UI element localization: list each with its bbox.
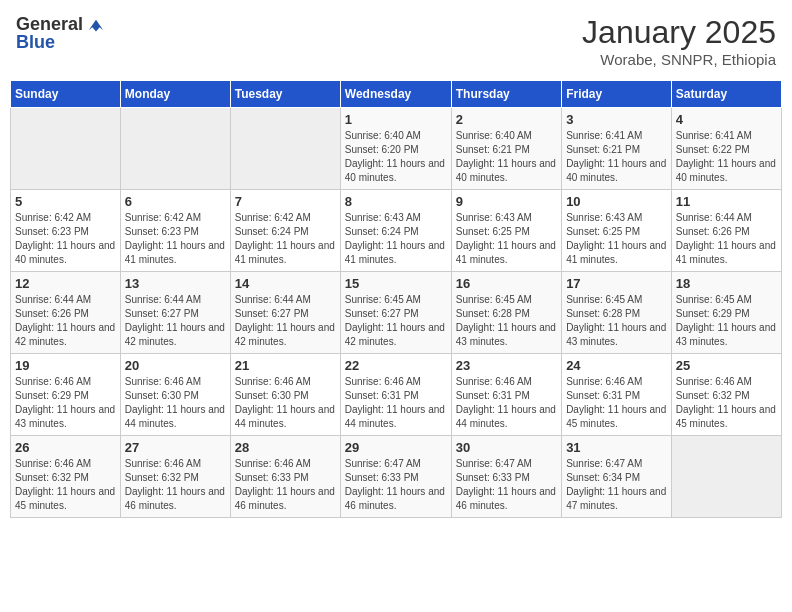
title-block: January 2025 Worabe, SNNPR, Ethiopia	[582, 14, 776, 68]
calendar-cell: 2Sunrise: 6:40 AM Sunset: 6:21 PM Daylig…	[451, 108, 561, 190]
day-number: 23	[456, 358, 557, 373]
day-of-week-header: Friday	[562, 81, 672, 108]
main-title: January 2025	[582, 14, 776, 51]
calendar-cell: 9Sunrise: 6:43 AM Sunset: 6:25 PM Daylig…	[451, 190, 561, 272]
calendar-cell: 10Sunrise: 6:43 AM Sunset: 6:25 PM Dayli…	[562, 190, 672, 272]
day-info: Sunrise: 6:42 AM Sunset: 6:24 PM Dayligh…	[235, 211, 336, 267]
day-info: Sunrise: 6:46 AM Sunset: 6:30 PM Dayligh…	[235, 375, 336, 431]
subtitle: Worabe, SNNPR, Ethiopia	[582, 51, 776, 68]
day-number: 2	[456, 112, 557, 127]
day-number: 30	[456, 440, 557, 455]
day-of-week-header: Saturday	[671, 81, 781, 108]
day-info: Sunrise: 6:47 AM Sunset: 6:33 PM Dayligh…	[345, 457, 447, 513]
calendar-week-row: 19Sunrise: 6:46 AM Sunset: 6:29 PM Dayli…	[11, 354, 782, 436]
day-info: Sunrise: 6:45 AM Sunset: 6:28 PM Dayligh…	[456, 293, 557, 349]
day-info: Sunrise: 6:46 AM Sunset: 6:31 PM Dayligh…	[566, 375, 667, 431]
day-of-week-header: Sunday	[11, 81, 121, 108]
day-info: Sunrise: 6:44 AM Sunset: 6:26 PM Dayligh…	[676, 211, 777, 267]
day-number: 28	[235, 440, 336, 455]
day-info: Sunrise: 6:44 AM Sunset: 6:26 PM Dayligh…	[15, 293, 116, 349]
day-number: 20	[125, 358, 226, 373]
day-info: Sunrise: 6:44 AM Sunset: 6:27 PM Dayligh…	[125, 293, 226, 349]
day-info: Sunrise: 6:45 AM Sunset: 6:27 PM Dayligh…	[345, 293, 447, 349]
calendar-cell	[120, 108, 230, 190]
calendar-cell: 6Sunrise: 6:42 AM Sunset: 6:23 PM Daylig…	[120, 190, 230, 272]
calendar-week-row: 5Sunrise: 6:42 AM Sunset: 6:23 PM Daylig…	[11, 190, 782, 272]
calendar-cell: 4Sunrise: 6:41 AM Sunset: 6:22 PM Daylig…	[671, 108, 781, 190]
day-number: 14	[235, 276, 336, 291]
calendar-cell: 17Sunrise: 6:45 AM Sunset: 6:28 PM Dayli…	[562, 272, 672, 354]
logo-blue-text: Blue	[16, 32, 55, 53]
calendar-cell: 8Sunrise: 6:43 AM Sunset: 6:24 PM Daylig…	[340, 190, 451, 272]
svg-marker-0	[89, 20, 104, 32]
calendar-cell: 18Sunrise: 6:45 AM Sunset: 6:29 PM Dayli…	[671, 272, 781, 354]
calendar-cell: 22Sunrise: 6:46 AM Sunset: 6:31 PM Dayli…	[340, 354, 451, 436]
day-info: Sunrise: 6:42 AM Sunset: 6:23 PM Dayligh…	[15, 211, 116, 267]
day-number: 16	[456, 276, 557, 291]
day-number: 24	[566, 358, 667, 373]
day-info: Sunrise: 6:40 AM Sunset: 6:20 PM Dayligh…	[345, 129, 447, 185]
day-number: 21	[235, 358, 336, 373]
day-number: 13	[125, 276, 226, 291]
day-of-week-header: Wednesday	[340, 81, 451, 108]
logo-bird-icon	[85, 14, 107, 36]
calendar-week-row: 1Sunrise: 6:40 AM Sunset: 6:20 PM Daylig…	[11, 108, 782, 190]
day-number: 4	[676, 112, 777, 127]
day-info: Sunrise: 6:46 AM Sunset: 6:33 PM Dayligh…	[235, 457, 336, 513]
day-info: Sunrise: 6:46 AM Sunset: 6:32 PM Dayligh…	[125, 457, 226, 513]
calendar-week-row: 12Sunrise: 6:44 AM Sunset: 6:26 PM Dayli…	[11, 272, 782, 354]
day-number: 25	[676, 358, 777, 373]
day-number: 15	[345, 276, 447, 291]
calendar-cell: 30Sunrise: 6:47 AM Sunset: 6:33 PM Dayli…	[451, 436, 561, 518]
day-number: 6	[125, 194, 226, 209]
day-info: Sunrise: 6:42 AM Sunset: 6:23 PM Dayligh…	[125, 211, 226, 267]
calendar-cell: 20Sunrise: 6:46 AM Sunset: 6:30 PM Dayli…	[120, 354, 230, 436]
calendar-cell: 21Sunrise: 6:46 AM Sunset: 6:30 PM Dayli…	[230, 354, 340, 436]
day-number: 9	[456, 194, 557, 209]
day-info: Sunrise: 6:47 AM Sunset: 6:34 PM Dayligh…	[566, 457, 667, 513]
day-number: 31	[566, 440, 667, 455]
day-info: Sunrise: 6:41 AM Sunset: 6:21 PM Dayligh…	[566, 129, 667, 185]
calendar-header-row: SundayMondayTuesdayWednesdayThursdayFrid…	[11, 81, 782, 108]
calendar-cell: 24Sunrise: 6:46 AM Sunset: 6:31 PM Dayli…	[562, 354, 672, 436]
day-info: Sunrise: 6:45 AM Sunset: 6:29 PM Dayligh…	[676, 293, 777, 349]
day-number: 19	[15, 358, 116, 373]
calendar-week-row: 26Sunrise: 6:46 AM Sunset: 6:32 PM Dayli…	[11, 436, 782, 518]
day-info: Sunrise: 6:40 AM Sunset: 6:21 PM Dayligh…	[456, 129, 557, 185]
day-info: Sunrise: 6:46 AM Sunset: 6:29 PM Dayligh…	[15, 375, 116, 431]
day-number: 22	[345, 358, 447, 373]
calendar-cell: 12Sunrise: 6:44 AM Sunset: 6:26 PM Dayli…	[11, 272, 121, 354]
calendar-cell: 26Sunrise: 6:46 AM Sunset: 6:32 PM Dayli…	[11, 436, 121, 518]
day-info: Sunrise: 6:44 AM Sunset: 6:27 PM Dayligh…	[235, 293, 336, 349]
calendar-cell: 19Sunrise: 6:46 AM Sunset: 6:29 PM Dayli…	[11, 354, 121, 436]
logo: General Blue	[16, 14, 107, 53]
calendar-cell: 25Sunrise: 6:46 AM Sunset: 6:32 PM Dayli…	[671, 354, 781, 436]
calendar-cell: 7Sunrise: 6:42 AM Sunset: 6:24 PM Daylig…	[230, 190, 340, 272]
calendar-cell: 11Sunrise: 6:44 AM Sunset: 6:26 PM Dayli…	[671, 190, 781, 272]
calendar-cell: 16Sunrise: 6:45 AM Sunset: 6:28 PM Dayli…	[451, 272, 561, 354]
day-number: 17	[566, 276, 667, 291]
calendar-cell	[671, 436, 781, 518]
day-number: 18	[676, 276, 777, 291]
day-info: Sunrise: 6:46 AM Sunset: 6:30 PM Dayligh…	[125, 375, 226, 431]
calendar-cell: 14Sunrise: 6:44 AM Sunset: 6:27 PM Dayli…	[230, 272, 340, 354]
day-number: 8	[345, 194, 447, 209]
day-info: Sunrise: 6:46 AM Sunset: 6:31 PM Dayligh…	[345, 375, 447, 431]
page-header: General Blue January 2025 Worabe, SNNPR,…	[10, 10, 782, 72]
day-number: 26	[15, 440, 116, 455]
day-info: Sunrise: 6:43 AM Sunset: 6:24 PM Dayligh…	[345, 211, 447, 267]
day-number: 10	[566, 194, 667, 209]
calendar-cell: 3Sunrise: 6:41 AM Sunset: 6:21 PM Daylig…	[562, 108, 672, 190]
day-info: Sunrise: 6:45 AM Sunset: 6:28 PM Dayligh…	[566, 293, 667, 349]
day-of-week-header: Tuesday	[230, 81, 340, 108]
calendar-cell: 27Sunrise: 6:46 AM Sunset: 6:32 PM Dayli…	[120, 436, 230, 518]
day-number: 5	[15, 194, 116, 209]
day-info: Sunrise: 6:46 AM Sunset: 6:31 PM Dayligh…	[456, 375, 557, 431]
calendar-cell: 23Sunrise: 6:46 AM Sunset: 6:31 PM Dayli…	[451, 354, 561, 436]
calendar-table: SundayMondayTuesdayWednesdayThursdayFrid…	[10, 80, 782, 518]
calendar-cell: 29Sunrise: 6:47 AM Sunset: 6:33 PM Dayli…	[340, 436, 451, 518]
day-number: 29	[345, 440, 447, 455]
day-number: 12	[15, 276, 116, 291]
day-number: 11	[676, 194, 777, 209]
calendar-cell: 5Sunrise: 6:42 AM Sunset: 6:23 PM Daylig…	[11, 190, 121, 272]
